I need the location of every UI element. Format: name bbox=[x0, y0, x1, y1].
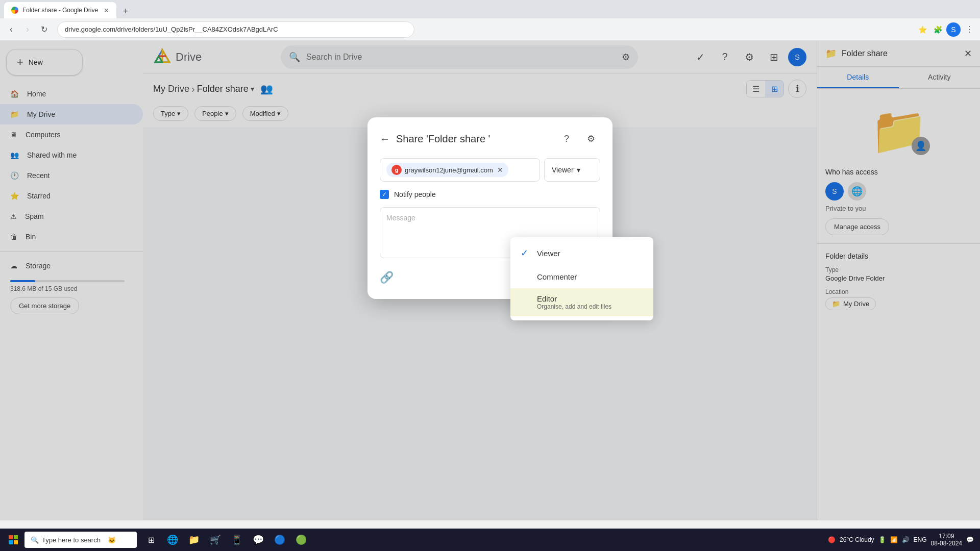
chip-close-icon[interactable]: ✕ bbox=[497, 166, 503, 174]
notify-checkbox[interactable]: ✓ bbox=[380, 190, 389, 199]
editor-option-sublabel: Organise, add and edit files bbox=[537, 303, 611, 310]
notify-label: Notify people bbox=[394, 190, 436, 198]
back-button[interactable]: ‹ bbox=[4, 22, 18, 37]
dialog-title: Share 'Folder share ' bbox=[396, 133, 551, 145]
new-tab-button[interactable]: + bbox=[118, 4, 133, 18]
dialog-back-button[interactable]: ← bbox=[380, 133, 390, 145]
permission-dropdown: ✓ Viewer ✓ Commenter ✓ Editor Organise, … bbox=[510, 237, 653, 320]
taskbar-language: ENG bbox=[914, 536, 927, 543]
viewer-chevron-icon: ▾ bbox=[577, 166, 580, 174]
forward-button[interactable]: › bbox=[20, 22, 35, 37]
taskbar-battery-icon: 🔋 bbox=[878, 536, 886, 543]
taskbar-search-placeholder: Type here to search bbox=[42, 536, 101, 544]
viewer-dropdown[interactable]: Viewer ▾ bbox=[544, 158, 600, 182]
address-bar[interactable]: drive.google.com/drive/folders/1uU_Qp2ls… bbox=[57, 21, 414, 38]
taskbar-icon-store[interactable]: 🛒 bbox=[205, 529, 226, 551]
taskbar: 🔍 Type here to search 🐱 ⊞ 🌐 📁 🛒 📱 💬 🔵 🟢 … bbox=[0, 529, 980, 551]
tab-favicon bbox=[11, 7, 18, 14]
permission-editor[interactable]: ✓ Editor Organise, add and edit files bbox=[510, 288, 653, 316]
profile-icon[interactable]: S bbox=[946, 22, 961, 37]
taskbar-icon-chrome2[interactable]: 🟢 bbox=[291, 529, 311, 551]
taskbar-icon-teams[interactable]: 💬 bbox=[248, 529, 268, 551]
taskbar-volume-icon: 🔊 bbox=[902, 536, 910, 543]
taskbar-search-bar[interactable]: 🔍 Type here to search 🐱 bbox=[24, 532, 137, 548]
taskbar-icon-files[interactable]: 📁 bbox=[184, 529, 204, 551]
url-text: drive.google.com/drive/folders/1uU_Qp2ls… bbox=[65, 26, 278, 33]
editor-option-label: Editor bbox=[537, 294, 611, 303]
taskbar-date: 08-08-2024 bbox=[931, 540, 962, 547]
dialog-help-button[interactable]: ? bbox=[557, 130, 576, 148]
chip-email: graywilson12june@gmail.com bbox=[405, 166, 493, 174]
tab-title: Folder share - Google Drive bbox=[22, 7, 98, 14]
reload-button[interactable]: ↻ bbox=[37, 22, 51, 37]
viewer-check-icon: ✓ bbox=[521, 247, 531, 259]
viewer-label: Viewer bbox=[552, 166, 574, 174]
commenter-check-icon: ✓ bbox=[521, 271, 531, 282]
editor-check-icon: ✓ bbox=[521, 295, 531, 307]
email-chip: g graywilson12june@gmail.com ✕ bbox=[386, 163, 508, 177]
email-chip-container[interactable]: g graywilson12june@gmail.com ✕ bbox=[380, 158, 540, 182]
taskbar-time: 17:09 bbox=[931, 533, 962, 540]
extensions-icon[interactable]: 🧩 bbox=[931, 23, 944, 36]
taskbar-weather-text: 26°C Cloudy bbox=[840, 536, 874, 543]
browser-tab[interactable]: Folder share - Google Drive ✕ bbox=[4, 2, 116, 18]
taskbar-icon-phone[interactable]: 📱 bbox=[227, 529, 247, 551]
taskbar-icon-chrome[interactable]: 🔵 bbox=[270, 529, 290, 551]
permission-viewer[interactable]: ✓ Viewer bbox=[510, 241, 653, 265]
tab-close-icon[interactable]: ✕ bbox=[104, 7, 109, 14]
start-button[interactable] bbox=[2, 529, 24, 551]
bookmarks-icon[interactable]: ⭐ bbox=[916, 23, 929, 36]
chip-avatar: g bbox=[391, 165, 402, 175]
menu-icon[interactable]: ⋮ bbox=[963, 23, 976, 36]
taskbar-wifi-icon: 📶 bbox=[890, 536, 898, 543]
permission-commenter[interactable]: ✓ Commenter bbox=[510, 265, 653, 288]
link-icon[interactable]: 🔗 bbox=[380, 271, 394, 284]
taskbar-cat-icon: 🐱 bbox=[108, 536, 116, 544]
viewer-option-label: Viewer bbox=[537, 249, 560, 258]
message-placeholder: Message bbox=[386, 214, 415, 222]
taskbar-icon-taskview[interactable]: ⊞ bbox=[141, 529, 161, 551]
dialog-settings-button[interactable]: ⚙ bbox=[582, 130, 600, 148]
taskbar-icon-edge[interactable]: 🌐 bbox=[162, 529, 183, 551]
taskbar-search-icon: 🔍 bbox=[31, 536, 39, 544]
commenter-option-label: Commenter bbox=[537, 272, 577, 281]
notification-icon[interactable]: 💬 bbox=[966, 536, 974, 543]
taskbar-weather: 🔴 bbox=[828, 536, 836, 543]
